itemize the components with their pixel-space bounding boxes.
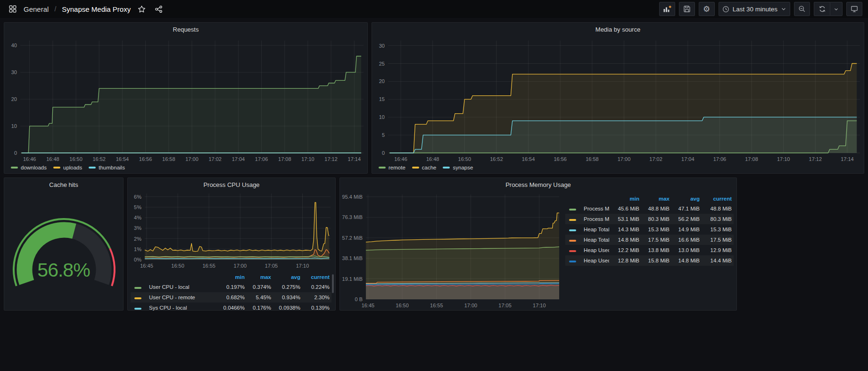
legend-row[interactable]: Heap Total - cosmos14.3 MiB15.3 MiB14.9 … bbox=[565, 224, 734, 235]
legend-row[interactable]: User CPU - remote0.682%5.45%0.934%2.30% bbox=[131, 292, 331, 303]
process-memory-chart[interactable]: 16:4516:5016:5517:0017:0517:100 B19.1 Mi… bbox=[340, 191, 566, 309]
cache-hits-panel: Cache hits 56.8% bbox=[4, 177, 124, 311]
series-label: Heap Used - cosmos bbox=[580, 247, 609, 253]
requests-chart[interactable]: 16:4616:4816:5016:5216:5416:5616:5817:00… bbox=[4, 38, 368, 164]
save-dashboard-button[interactable] bbox=[679, 2, 695, 16]
legend-column-header-max[interactable]: max bbox=[245, 274, 271, 280]
x-axis-tick-label: 17:00 bbox=[618, 156, 631, 162]
legend-column-header-avg[interactable]: avg bbox=[271, 274, 300, 280]
x-axis-tick-label: 16:54 bbox=[116, 156, 129, 162]
stat-min: 14.8 MiB bbox=[609, 237, 639, 243]
legend-item-cache[interactable]: cache bbox=[412, 165, 437, 170]
grid-icon[interactable] bbox=[7, 3, 19, 15]
y-axis-tick-label: 1% bbox=[134, 246, 141, 252]
legend-column-header-min[interactable]: min bbox=[609, 196, 639, 202]
stat-avg: 13.0 MiB bbox=[670, 247, 700, 253]
requests-panel: Requests 16:4616:4816:5016:5216:5416:561… bbox=[4, 22, 368, 174]
time-range-picker[interactable]: Last 30 minutes bbox=[719, 2, 790, 16]
legend-row[interactable]: Process Memory - cosmos45.6 MiB48.8 MiB4… bbox=[565, 203, 734, 214]
stat-current: 14.4 MiB bbox=[700, 258, 732, 263]
media-by-source-legend: remotecachesynapse bbox=[379, 165, 473, 170]
panel-title[interactable]: Process CPU Usage bbox=[128, 178, 335, 191]
x-axis-tick-label: 17:14 bbox=[841, 156, 854, 162]
legend-row[interactable]: Heap Used - aura12.8 MiB15.8 MiB14.8 MiB… bbox=[565, 255, 734, 266]
process-cpu-legend-table: minmaxavgcurrentUser CPU - local0.197%0.… bbox=[131, 272, 331, 313]
star-icon[interactable] bbox=[135, 3, 148, 15]
legend-swatch bbox=[569, 229, 576, 231]
stat-avg: 56.2 MiB bbox=[670, 216, 700, 222]
legend-row[interactable]: Sys CPU - local0.0466%0.176%0.0938%0.139… bbox=[131, 303, 331, 313]
legend-table-header: minmaxavgcurrent bbox=[565, 194, 734, 203]
panel-title[interactable]: Cache hits bbox=[4, 178, 123, 191]
legend-table-header: minmaxavgcurrent bbox=[131, 272, 331, 282]
y-axis-tick-label: 20 bbox=[379, 78, 385, 84]
y-axis-tick-label: 0 B bbox=[355, 296, 363, 302]
x-axis-tick-label: 16:58 bbox=[586, 156, 599, 162]
requests-legend: downloadsuploadsthumbnails bbox=[11, 165, 125, 170]
media-by-source-chart[interactable]: 16:4616:4816:5016:5216:5416:5616:5817:00… bbox=[372, 38, 865, 164]
legend-scrollbar[interactable] bbox=[332, 274, 334, 293]
legend-column-header-min[interactable]: min bbox=[215, 274, 245, 280]
legend-column-header-max[interactable]: max bbox=[639, 196, 670, 202]
x-axis-tick-label: 17:02 bbox=[649, 156, 662, 162]
series-label: Sys CPU - local bbox=[145, 305, 215, 311]
stat-min: 53.1 MiB bbox=[609, 216, 639, 222]
x-axis-tick-label: 16:54 bbox=[522, 156, 535, 162]
stat-avg: 14.8 MiB bbox=[670, 258, 700, 263]
x-axis-tick-label: 16:48 bbox=[426, 156, 439, 162]
dashboard-title[interactable]: Synapse Media Proxy bbox=[62, 5, 131, 13]
legend-swatch bbox=[569, 219, 576, 221]
dashboard-settings-button[interactable]: ⚙ bbox=[699, 2, 715, 16]
breadcrumb-section[interactable]: General bbox=[24, 5, 49, 13]
cycle-view-mode-button[interactable] bbox=[846, 2, 862, 16]
x-axis-tick-label: 17:08 bbox=[278, 156, 291, 162]
stat-min: 0.197% bbox=[215, 284, 245, 290]
x-axis-tick-label: 16:50 bbox=[69, 156, 83, 162]
legend-label: cache bbox=[422, 165, 437, 170]
clock-icon bbox=[722, 6, 729, 13]
legend-column-header-current[interactable]: current bbox=[700, 196, 732, 202]
legend-item-thumbnails[interactable]: thumbnails bbox=[89, 165, 125, 170]
cache-hits-gauge bbox=[4, 192, 124, 305]
legend-swatch bbox=[379, 167, 386, 169]
add-panel-button[interactable] bbox=[659, 2, 675, 16]
legend-column-header-current[interactable]: current bbox=[300, 274, 330, 280]
legend-item-synapse[interactable]: synapse bbox=[443, 165, 473, 170]
zoom-out-button[interactable] bbox=[794, 2, 810, 16]
x-axis-tick-label: 16:50 bbox=[458, 156, 471, 162]
x-axis-tick-label: 17:12 bbox=[809, 156, 822, 162]
legend-row[interactable]: User CPU - local0.197%0.374%0.275%0.224% bbox=[131, 282, 331, 292]
stat-max: 5.45% bbox=[245, 295, 271, 300]
legend-swatch bbox=[569, 250, 576, 252]
legend-swatch bbox=[134, 297, 141, 299]
refresh-icon bbox=[818, 5, 826, 13]
process-cpu-panel: Process CPU Usage 16:4516:5016:5517:0017… bbox=[127, 177, 336, 311]
y-axis-tick-label: 0 bbox=[14, 150, 17, 156]
y-axis-tick-label: 5% bbox=[134, 204, 141, 210]
legend-row[interactable]: Heap Used - cosmos12.2 MiB13.8 MiB13.0 M… bbox=[565, 245, 734, 255]
legend-swatch bbox=[569, 261, 576, 262]
legend-item-uploads[interactable]: uploads bbox=[53, 165, 82, 170]
panel-title[interactable]: Media by source bbox=[372, 23, 864, 36]
stat-max: 48.8 MiB bbox=[639, 206, 670, 211]
process-cpu-chart[interactable]: 16:4516:5016:5517:0017:0517:100%1%2%3%4%… bbox=[128, 191, 336, 274]
panel-title[interactable]: Requests bbox=[4, 23, 367, 36]
y-axis-tick-label: 10 bbox=[379, 114, 385, 120]
refresh-button[interactable] bbox=[814, 2, 830, 16]
legend-column-header-avg[interactable]: avg bbox=[670, 196, 700, 202]
x-axis-tick-label: 17:10 bbox=[777, 156, 790, 162]
x-axis-tick-label: 17:05 bbox=[265, 263, 278, 269]
refresh-interval-dropdown[interactable] bbox=[830, 2, 843, 16]
stat-avg: 14.9 MiB bbox=[670, 227, 700, 232]
stat-max: 15.8 MiB bbox=[639, 258, 670, 263]
legend-row[interactable]: Process Memory - aura53.1 MiB80.3 MiB56.… bbox=[565, 214, 734, 224]
stat-min: 14.3 MiB bbox=[609, 227, 639, 232]
stat-current: 80.3 MiB bbox=[700, 216, 732, 222]
panel-title[interactable]: Process Memory Usage bbox=[340, 178, 736, 191]
share-icon[interactable] bbox=[152, 3, 165, 15]
series-label: Process Memory - aura bbox=[580, 216, 609, 222]
legend-item-remote[interactable]: remote bbox=[379, 165, 405, 170]
legend-item-downloads[interactable]: downloads bbox=[11, 165, 47, 170]
series-label: Heap Total - aura bbox=[580, 237, 609, 243]
legend-row[interactable]: Heap Total - aura14.8 MiB17.5 MiB16.6 Mi… bbox=[565, 235, 734, 245]
